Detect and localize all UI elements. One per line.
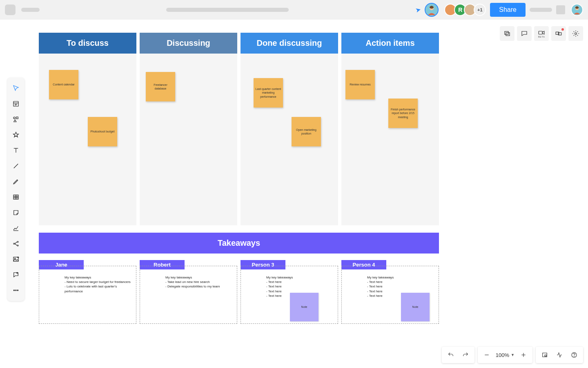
column-body[interactable]: Review resumesFinish performance report … [341,54,439,225]
takeaway-line: - Take lead on new hire search [165,280,234,284]
column-header[interactable]: To discuss [39,33,136,54]
frame-tool[interactable] [9,96,23,111]
zoom-out-button[interactable] [479,348,494,362]
takeaway-box[interactable]: My key takeaways- Text here- Text here- … [341,266,439,324]
takeaway-line: My key takeaways [165,275,234,280]
column-header[interactable]: Done discussing [241,33,338,54]
takeaways-header[interactable]: Takeaways [39,233,439,254]
svg-point-20 [17,241,18,242]
column-body[interactable]: Last quarter content marketing performan… [241,54,338,225]
column-header[interactable]: Action items [341,33,439,54]
takeaway-line: My key takeaways [266,275,334,280]
line-tool[interactable] [9,159,23,173]
takeaway-card[interactable]: JaneMy key takeaways- Need to secure lar… [39,266,136,324]
svg-line-23 [15,244,17,246]
share-button[interactable]: Share [490,3,526,17]
svg-rect-34 [506,33,510,36]
comments-icon[interactable] [517,26,532,41]
redo-button[interactable] [458,348,473,362]
svg-rect-35 [539,31,542,34]
svg-point-19 [13,243,15,245]
more-collaborators[interactable]: +1 [474,4,486,16]
svg-rect-33 [505,31,508,35]
sticky-note[interactable]: Content calendar [49,70,78,99]
takeaway-line: - Lots to celebrate with last quarter's … [65,284,133,293]
sticky-note[interactable]: Photoshoot budget [88,117,117,146]
takeaway-box[interactable]: My key takeaways- Need to secure larger … [39,266,136,324]
svg-point-38 [575,33,577,35]
video-icon[interactable]: BETA [534,26,549,41]
profile-avatar[interactable] [571,4,583,16]
takeaway-line: - Text here [266,280,334,284]
text-tool[interactable] [9,143,23,158]
zoom-in-button[interactable] [516,348,531,362]
column-body[interactable]: Freelancer database [140,54,237,225]
current-user-avatar[interactable] [425,3,439,17]
takeaway-line: - Text here [266,284,334,289]
topbar-placeholder[interactable] [530,8,552,12]
sticky-note[interactable]: Finish performance report before 2/15 me… [388,99,418,128]
svg-point-21 [17,245,18,246]
svg-line-12 [14,164,18,168]
map-toggle[interactable] [537,348,552,362]
sticky-note[interactable]: Review resumes [345,70,375,99]
takeaway-line: - Need to secure larger budget for freel… [65,280,133,284]
select-tool[interactable] [9,81,23,96]
takeaway-card[interactable]: RobertMy key takeaways- Take lead on new… [140,266,237,324]
zoom-level[interactable]: 100%▼ [494,352,516,358]
menu-placeholder[interactable] [21,8,40,12]
takeaway-box[interactable]: My key takeaways- Take lead on new hire … [140,266,237,324]
present-icon[interactable] [551,26,566,41]
chart-tool[interactable] [9,221,23,236]
star-tool[interactable] [9,128,23,142]
takeaway-box[interactable]: My key takeaways- Text here- Text here- … [241,266,338,324]
table-tool[interactable] [9,190,23,204]
pen-tool[interactable] [9,174,23,189]
settings-icon[interactable] [568,26,583,41]
bottom-bar: 100%▼ [442,347,583,363]
takeaway-card[interactable]: Person 3My key takeaways- Text here- Tex… [241,266,338,324]
kanban-board[interactable]: To discussContent calendarPhotoshoot bud… [39,33,439,324]
svg-rect-9 [16,117,18,119]
right-icon-bar: BETA [500,26,583,41]
svg-point-45 [574,356,575,357]
takeaway-line: - Text here [367,280,435,284]
column-header[interactable]: Discussing [140,33,237,54]
takeaway-sticky[interactable]: Note [290,293,318,321]
svg-rect-43 [545,355,546,356]
board-column[interactable]: DiscussingFreelancer database [140,33,237,225]
top-bar: ➤ R +1 Share [0,0,588,20]
svg-point-32 [17,290,18,291]
notes-icon[interactable] [500,26,514,41]
svg-rect-4 [13,101,18,106]
app-logo-placeholder[interactable] [5,4,16,15]
image-tool[interactable] [9,252,23,267]
takeaway-card[interactable]: Person 4My key takeaways- Text here- Tex… [341,266,439,324]
undo-button[interactable] [443,348,458,362]
sticky-note[interactable]: Freelancer database [146,72,175,101]
help-icon[interactable] [567,348,581,362]
takeaway-line: My key takeaways [65,275,133,280]
sticky-note[interactable]: Last quarter content marketing performan… [254,78,283,108]
topbar-icon-placeholder[interactable] [556,5,565,14]
comment-tool[interactable] [9,267,23,282]
sticky-note[interactable]: Open marketing position [292,117,321,146]
mindmap-tool[interactable] [9,236,23,251]
takeaway-sticky[interactable]: Note [401,293,430,321]
title-placeholder[interactable] [166,8,289,12]
column-body[interactable]: Content calendarPhotoshoot budget [39,54,136,225]
collaborator-avatars: R +1 [447,4,486,16]
svg-rect-24 [13,257,18,262]
board-column[interactable]: Done discussingLast quarter content mark… [241,33,338,225]
svg-rect-13 [13,195,18,200]
board-column[interactable]: To discussContent calendarPhotoshoot bud… [39,33,136,225]
more-tools[interactable] [9,283,23,298]
takeaway-line: - Text here [367,284,435,289]
svg-point-31 [16,290,16,291]
takeaway-line: - Delegate responsibilities to my team [165,284,234,289]
takeaway-line: My key takeaways [367,275,435,280]
shapes-tool[interactable] [9,112,23,127]
sticky-tool[interactable] [9,205,23,220]
activity-icon[interactable] [552,348,567,362]
board-column[interactable]: Action itemsReview resumesFinish perform… [341,33,439,225]
